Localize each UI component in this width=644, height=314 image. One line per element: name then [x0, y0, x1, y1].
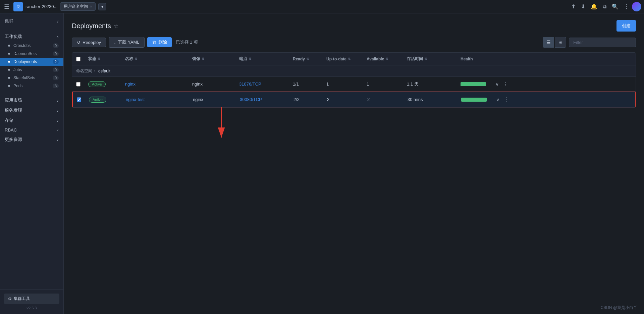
th-actions — [490, 53, 503, 65]
menu-icon[interactable]: ☰ — [3, 2, 11, 12]
sidebar: 集群 ∨ 工作负载 ∧ CronJobs 0 DaemonSets — [0, 13, 64, 314]
download-icon[interactable]: ⬇ — [581, 3, 585, 10]
card-view-button[interactable]: ⊞ — [555, 37, 566, 48]
window-icon[interactable]: ⧉ — [603, 4, 606, 10]
search-icon[interactable]: 🔍 — [612, 3, 619, 10]
favorite-star-icon[interactable]: ☆ — [114, 23, 118, 29]
create-button[interactable]: 创建 — [616, 20, 636, 32]
row1-name-link[interactable]: nginx — [125, 82, 136, 87]
sidebar-storage-header[interactable]: 存储 ∨ — [0, 115, 63, 125]
logo-text: R — [16, 4, 20, 9]
sidebar-rbac-header[interactable]: RBAC ∨ — [0, 125, 63, 135]
sidebar-item-statefulsets[interactable]: StatefulSets 0 — [0, 74, 63, 82]
th-ready-label: Ready — [293, 57, 305, 61]
row1-available: 1 — [363, 78, 403, 90]
upload-icon[interactable]: ⬆ — [571, 3, 576, 10]
row2-name-link[interactable]: nginx-test — [126, 97, 145, 102]
endpoint-sort-icon[interactable]: ⇅ — [249, 57, 251, 61]
sidebar-appmarket-header[interactable]: 应用市场 ∨ — [0, 95, 63, 105]
row2-age-value: 30 mins — [408, 97, 423, 102]
sidebar-workload-label: 工作负载 — [5, 34, 22, 40]
app-title: rancher-20230... — [25, 4, 57, 9]
row2-expand-button[interactable]: ∨ — [495, 96, 501, 103]
list-view-button[interactable]: ☰ — [543, 37, 554, 48]
notification-icon[interactable]: 🔔 — [591, 3, 597, 10]
storage-arrow-icon: ∨ — [56, 119, 59, 122]
age-sort-icon[interactable]: ⇅ — [424, 57, 427, 61]
sidebar-item-statefulsets-left: StatefulSets — [8, 75, 35, 80]
delete-button[interactable]: 🗑 删除 — [147, 37, 172, 47]
select-all-checkbox[interactable] — [76, 57, 80, 61]
filter-input[interactable] — [569, 38, 636, 47]
sidebar-more-header[interactable]: 更多资源 ∨ — [0, 135, 63, 145]
image-sort-icon[interactable]: ⇅ — [202, 57, 204, 61]
delete-icon: 🗑 — [152, 40, 156, 45]
sidebar-bottom: ⚙ 集群工具 v2.6.3 — [0, 289, 63, 314]
row1-expand-button[interactable]: ∨ — [494, 81, 500, 88]
app-logo: R — [13, 2, 23, 11]
sidebar-item-pods[interactable]: Pods 3 — [0, 82, 63, 90]
row1-name[interactable]: nginx — [121, 78, 188, 90]
row2-endpoint-link[interactable]: 30080/TCP — [240, 97, 262, 102]
dropdown-arrow-icon: ▾ — [101, 4, 103, 9]
tab-dropdown[interactable]: ▾ — [98, 3, 106, 10]
topbar: ☰ R rancher-20230... 用户命名空间 × ▾ ⬆ ⬇ 🔔 ⧉ … — [0, 0, 644, 13]
row2-name[interactable]: nginx-test — [122, 94, 189, 105]
available-sort-icon[interactable]: ⇅ — [385, 57, 388, 61]
page-title: Deployments — [72, 22, 111, 30]
name-sort-icon[interactable]: ⇅ — [135, 57, 137, 61]
download-yaml-button[interactable]: ↓ 下载 YAML — [109, 37, 145, 48]
content-area: Deployments ☆ 创建 ↺ Redeploy ↓ 下载 YAML 🗑 … — [64, 13, 644, 314]
sidebar-cluster-label: 集群 — [5, 18, 13, 24]
sidebar-item-deployments-left: Deployments — [8, 59, 37, 64]
row2-actions: ∨ ⋮ — [491, 92, 504, 107]
appmarket-arrow-icon: ∨ — [56, 99, 59, 102]
toolbar: ↺ Redeploy ↓ 下载 YAML 🗑 删除 已选择 1 项 ☰ ⊞ — [72, 37, 636, 48]
namespace-label: 命名空间： — [76, 68, 96, 74]
ready-sort-icon[interactable]: ⇅ — [306, 57, 309, 61]
th-image-label: 镜像 — [192, 56, 200, 62]
tab-close-icon[interactable]: × — [90, 5, 92, 8]
sidebar-workload-header[interactable]: 工作负载 ∧ — [0, 32, 63, 42]
row1-endpoint: 31876/TCP — [235, 78, 289, 90]
sidebar-item-jobs[interactable]: Jobs 0 — [0, 66, 63, 74]
row1-age-value: 1.1 天 — [407, 81, 419, 87]
more-icon[interactable]: ⋮ — [624, 3, 629, 10]
statefulsets-dot — [8, 77, 10, 79]
namespace-tab[interactable]: 用户命名空间 × — [60, 2, 96, 11]
row2-image-value: nginx — [193, 97, 203, 102]
sidebar-service-header[interactable]: 服务发现 ∨ — [0, 105, 63, 115]
appmarket-label: 应用市场 — [5, 97, 22, 103]
row2-more-button[interactable]: ⋮ — [502, 96, 510, 103]
row1-available-value: 1 — [367, 82, 369, 87]
jobs-dot — [8, 69, 10, 71]
row1-checkbox[interactable] — [76, 82, 80, 87]
row1-image: nginx — [188, 78, 235, 90]
deployments-dot — [8, 61, 10, 63]
th-uptodate-label: Up-to-date — [326, 57, 346, 61]
daemonsets-dot — [8, 53, 10, 55]
sidebar-item-daemonsets[interactable]: DaemonSets 0 — [0, 50, 63, 58]
row1-ready-value: 1/1 — [293, 82, 299, 87]
sidebar-item-daemonsets-left: DaemonSets — [8, 51, 37, 56]
row2-checkbox[interactable] — [77, 97, 81, 102]
th-checkbox — [72, 53, 84, 65]
th-available-label: Available — [367, 57, 384, 61]
topbar-actions: ⬆ ⬇ 🔔 ⧉ 🔍 ⋮ — [571, 3, 629, 10]
th-health-label: Health — [461, 57, 473, 61]
sidebar-item-deployments[interactable]: Deployments 2 — [0, 58, 63, 66]
th-status: 状态 ⇅ — [84, 53, 121, 65]
sidebar-cluster-header[interactable]: 集群 ∨ — [0, 16, 63, 26]
user-avatar[interactable] — [632, 2, 641, 11]
row1-endpoint-link[interactable]: 31876/TCP — [239, 82, 261, 87]
more-arrow-icon: ∨ — [56, 138, 59, 142]
row1-more-button[interactable]: ⋮ — [501, 80, 509, 88]
row1-uptodate: 1 — [322, 78, 363, 90]
cluster-tools-button[interactable]: ⚙ 集群工具 — [4, 294, 59, 304]
status-sort-icon[interactable]: ⇅ — [98, 57, 100, 61]
row2-health-bar-container — [461, 98, 487, 102]
service-arrow-icon: ∨ — [56, 109, 59, 112]
redeploy-button[interactable]: ↺ Redeploy — [72, 38, 106, 47]
uptodate-sort-icon[interactable]: ⇅ — [348, 57, 351, 61]
sidebar-item-cronjobs[interactable]: CronJobs 0 — [0, 42, 63, 50]
